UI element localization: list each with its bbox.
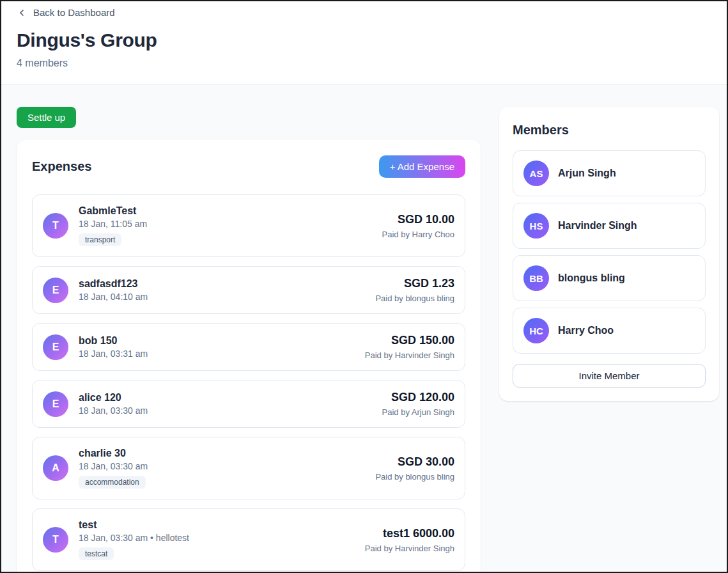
expense-amount: SGD 10.00 — [382, 213, 454, 226]
expense-row[interactable]: E sadfasdf123 18 Jan, 04:10 am SGD 1.23 … — [32, 266, 465, 314]
expense-avatar: E — [43, 391, 68, 417]
expense-amount: SGD 150.00 — [365, 334, 454, 347]
expense-date: 18 Jan, 03:31 am — [79, 349, 355, 359]
expense-paid-by: Paid by Arjun Singh — [382, 407, 454, 417]
members-card: Members AS Arjun Singh HS Harvinder Sing… — [499, 107, 719, 401]
member-row[interactable]: HC Harry Choo — [513, 308, 706, 354]
member-avatar: BB — [523, 265, 549, 291]
expenses-card: Expenses + Add Expense T GabmleTest 18 J… — [17, 140, 481, 573]
member-avatar: AS — [523, 161, 549, 186]
member-avatar: HC — [523, 318, 549, 343]
member-avatar: HS — [523, 213, 549, 239]
expense-category-tag: testcat — [79, 547, 114, 560]
expense-amount: SGD 30.00 — [375, 455, 454, 469]
page-title: Dingus's Group — [17, 29, 711, 51]
expense-row[interactable]: E bob 150 18 Jan, 03:31 am SGD 150.00 Pa… — [32, 323, 465, 371]
expenses-card-header: Expenses + Add Expense — [32, 155, 465, 178]
expense-paid-by: Paid by Harvinder Singh — [365, 544, 454, 553]
expense-main: alice 120 18 Jan, 03:30 am — [79, 392, 372, 416]
expense-paid-by: Paid by blongus bling — [375, 472, 454, 482]
expense-date: 18 Jan, 03:30 am — [79, 405, 372, 416]
expense-row[interactable]: A charlie 30 18 Jan, 03:30 am accommodat… — [32, 437, 465, 499]
expense-name: charlie 30 — [79, 448, 365, 459]
expense-paid-by: Paid by Harry Choo — [382, 230, 454, 239]
expense-name: bob 150 — [79, 335, 355, 347]
member-name: Harvinder Singh — [558, 220, 637, 232]
chevron-left-icon — [17, 8, 27, 18]
back-to-dashboard-link[interactable]: Back to Dashboard — [17, 4, 115, 20]
back-link-label: Back to Dashboard — [33, 7, 115, 18]
expense-amount: SGD 1.23 — [375, 277, 454, 290]
settle-up-button[interactable]: Settle up — [17, 107, 76, 128]
expense-main: sadfasdf123 18 Jan, 04:10 am — [79, 278, 365, 302]
expense-right: SGD 120.00 Paid by Arjun Singh — [382, 391, 454, 417]
expense-avatar: T — [43, 527, 68, 553]
expense-right: SGD 30.00 Paid by blongus bling — [375, 455, 454, 482]
invite-member-button[interactable]: Invite Member — [513, 364, 706, 388]
expense-date: 18 Jan, 04:10 am — [79, 292, 365, 302]
expense-avatar: T — [43, 213, 68, 239]
expense-row[interactable]: T test 18 Jan, 03:30 am • hellotest test… — [32, 508, 465, 571]
member-count-label: 4 members — [17, 58, 711, 69]
expense-right: test1 6000.00 Paid by Harvinder Singh — [365, 527, 454, 553]
expense-category-tag: accommodation — [79, 476, 146, 489]
member-row[interactable]: AS Arjun Singh — [513, 150, 706, 196]
left-column: Settle up Expenses + Add Expense T Gabml… — [17, 107, 481, 573]
add-expense-button[interactable]: + Add Expense — [379, 155, 465, 178]
expense-right: SGD 10.00 Paid by Harry Choo — [382, 213, 454, 239]
expense-row[interactable]: T GabmleTest 18 Jan, 11:05 am transport … — [32, 194, 465, 257]
expense-avatar: E — [43, 334, 68, 360]
expense-row[interactable]: E alice 120 18 Jan, 03:30 am SGD 120.00 … — [32, 380, 465, 428]
right-column: Members AS Arjun Singh HS Harvinder Sing… — [499, 107, 719, 573]
app-window: Back to Dashboard Dingus's Group 4 membe… — [0, 0, 728, 573]
expense-name: sadfasdf123 — [79, 278, 365, 290]
expense-main: bob 150 18 Jan, 03:31 am — [79, 335, 355, 359]
expense-name: alice 120 — [79, 392, 372, 404]
expense-paid-by: Paid by blongus bling — [375, 294, 454, 303]
member-name: Arjun Singh — [558, 168, 616, 179]
members-title: Members — [513, 123, 706, 137]
expense-main: test 18 Jan, 03:30 am • hellotest testca… — [79, 519, 355, 560]
expense-name: test — [79, 519, 355, 531]
expense-avatar: A — [43, 455, 68, 481]
expense-amount: SGD 120.00 — [382, 391, 454, 404]
expense-main: GabmleTest 18 Jan, 11:05 am transport — [79, 205, 372, 246]
member-name: blongus bling — [558, 272, 625, 284]
expense-avatar: E — [43, 278, 68, 303]
page-header: Back to Dashboard Dingus's Group 4 membe… — [1, 1, 727, 85]
expense-amount: test1 6000.00 — [365, 527, 454, 540]
expense-date: 18 Jan, 03:30 am • hellotest — [79, 533, 355, 543]
member-name: Harry Choo — [558, 325, 614, 336]
expense-name: GabmleTest — [79, 205, 372, 217]
expenses-title: Expenses — [32, 159, 91, 174]
expense-right: SGD 1.23 Paid by blongus bling — [375, 277, 454, 303]
content-area: Settle up Expenses + Add Expense T Gabml… — [1, 85, 727, 573]
expense-main: charlie 30 18 Jan, 03:30 am accommodatio… — [79, 448, 365, 489]
expense-date: 18 Jan, 03:30 am — [79, 461, 365, 471]
member-row[interactable]: BB blongus bling — [513, 255, 706, 301]
member-row[interactable]: HS Harvinder Singh — [513, 203, 706, 249]
expense-category-tag: transport — [79, 233, 121, 246]
expense-date: 18 Jan, 11:05 am — [79, 219, 372, 229]
expense-paid-by: Paid by Harvinder Singh — [365, 350, 454, 360]
expense-right: SGD 150.00 Paid by Harvinder Singh — [365, 334, 454, 360]
